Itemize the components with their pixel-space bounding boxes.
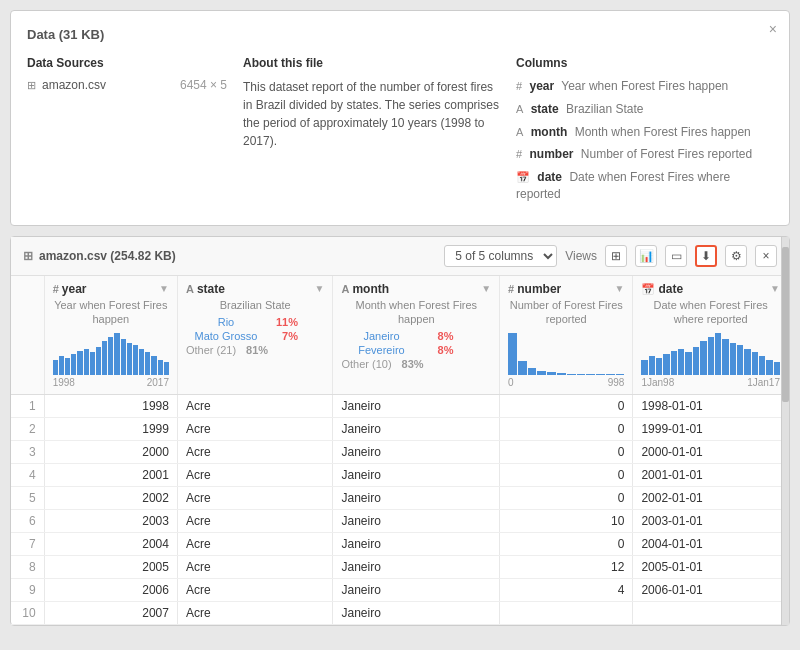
table-row: 8 2005 Acre Janeiro 12 2005-01-01 [11,556,789,579]
cell-number: 0 [500,533,633,556]
columns-list: # year Year when Forest Fires happen A s… [516,78,773,203]
cell-state: Acre [177,556,333,579]
cell-year: 1999 [44,418,177,441]
cell-year: 2004 [44,533,177,556]
col-header-year-name: year [62,282,87,296]
col-header-year: #year ▼ Year when Forest Fires happen 19… [44,276,177,395]
col-type-icon: 📅 [516,171,530,183]
download-icon[interactable]: ⬇ [695,245,717,267]
table-icon: ⊞ [23,249,33,263]
column-item: # number Number of Forest Fires reported [516,146,773,163]
col-header-state-name: state [197,282,225,296]
row-number: 7 [11,533,44,556]
settings-icon[interactable]: ⚙ [725,245,747,267]
cell-year: 2003 [44,510,177,533]
type-icon-month: A [341,283,349,295]
data-source-item[interactable]: ⊞ amazon.csv 6454 × 5 [27,78,227,92]
histogram-date-labels: 1Jan98 1Jan17 [641,377,780,388]
filter-icon-date[interactable]: ▼ [770,283,780,294]
box-icon[interactable]: ▭ [665,245,687,267]
row-number: 1 [11,395,44,418]
dist-state: Rio11% Mato Grosso7% Other (21)81% [186,316,325,356]
scrollbar[interactable] [781,237,789,626]
cell-date: 1999-01-01 [633,418,789,441]
cell-state: Acre [177,464,333,487]
cell-state: Acre [177,395,333,418]
columns-selector[interactable]: 5 of 5 columns [444,245,557,267]
cell-month: Janeiro [333,556,500,579]
top-panel-title: Data (31 KB) [27,27,773,42]
cell-number: 0 [500,487,633,510]
cell-year: 2007 [44,602,177,625]
col-type-icon: A [516,126,523,138]
cell-number: 0 [500,441,633,464]
cell-state: Acre [177,533,333,556]
data-sources-section: Data Sources ⊞ amazon.csv 6454 × 5 [27,56,227,209]
data-table: #year ▼ Year when Forest Fires happen 19… [11,276,789,626]
col-name: year [529,79,554,93]
col-name: state [531,102,559,116]
filter-icon-state[interactable]: ▼ [315,283,325,294]
filter-icon-number[interactable]: ▼ [615,283,625,294]
histogram-year-labels: 1998 2017 [53,377,169,388]
cell-number: 12 [500,556,633,579]
filter-icon-month[interactable]: ▼ [481,283,491,294]
cell-date: 2003-01-01 [633,510,789,533]
close-icon[interactable]: × [755,245,777,267]
hist-number-min: 0 [508,377,514,388]
filter-icon-year[interactable]: ▼ [159,283,169,294]
col-header-year-desc: Year when Forest Fires happen [53,298,169,327]
type-icon-date: 📅 [641,283,655,295]
type-icon-year: # [53,283,59,295]
table-row: 9 2006 Acre Janeiro 4 2006-01-01 [11,579,789,602]
row-number: 2 [11,418,44,441]
grid-view-icon[interactable]: ⊞ [605,245,627,267]
data-table-wrapper: #year ▼ Year when Forest Fires happen 19… [11,276,789,626]
close-icon[interactable]: × [769,21,777,37]
hist-year-max: 2017 [147,377,169,388]
cell-date: 2005-01-01 [633,556,789,579]
cell-month: Janeiro [333,602,500,625]
cell-number: 0 [500,395,633,418]
column-item: A state Brazilian State [516,101,773,118]
hist-number-max: 998 [608,377,625,388]
cell-number: 10 [500,510,633,533]
cell-month: Janeiro [333,418,500,441]
table-row: 6 2003 Acre Janeiro 10 2003-01-01 [11,510,789,533]
cell-number: 4 [500,579,633,602]
about-title: About this file [243,56,500,70]
cell-date: 2002-01-01 [633,487,789,510]
histogram-date [641,330,780,375]
table-row: 1 1998 Acre Janeiro 0 1998-01-01 [11,395,789,418]
histogram-number [508,330,624,375]
col-desc: Brazilian State [566,102,643,116]
table-row: 7 2004 Acre Janeiro 0 2004-01-01 [11,533,789,556]
cell-year: 2005 [44,556,177,579]
col-header-number-desc: Number of Forest Fires reported [508,298,624,327]
column-item: 📅 date Date when Forest Fires where repo… [516,169,773,203]
cell-number: 0 [500,464,633,487]
table-row: 2 1999 Acre Janeiro 0 1999-01-01 [11,418,789,441]
hist-date-max: 1Jan17 [747,377,780,388]
cell-year: 2006 [44,579,177,602]
column-item: A month Month when Forest Fires happen [516,124,773,141]
scrollbar-thumb[interactable] [782,247,789,402]
cell-state: Acre [177,487,333,510]
col-type-icon: A [516,103,523,115]
hist-date-min: 1Jan98 [641,377,674,388]
cell-month: Janeiro [333,510,500,533]
col-header-date-name: date [658,282,683,296]
row-number: 4 [11,464,44,487]
about-section: About this file This dataset report of t… [243,56,500,209]
cell-month: Janeiro [333,441,500,464]
about-text: This dataset report of the number of for… [243,78,500,150]
cell-state: Acre [177,602,333,625]
table-row: 4 2001 Acre Janeiro 0 2001-01-01 [11,464,789,487]
cell-date: 1998-01-01 [633,395,789,418]
bar-chart-icon[interactable]: 📊 [635,245,657,267]
column-item: # year Year when Forest Fires happen [516,78,773,95]
hist-year-min: 1998 [53,377,75,388]
cell-month: Janeiro [333,579,500,602]
col-header-date-desc: Date when Forest Fires where reported [641,298,780,327]
col-name: month [531,125,568,139]
